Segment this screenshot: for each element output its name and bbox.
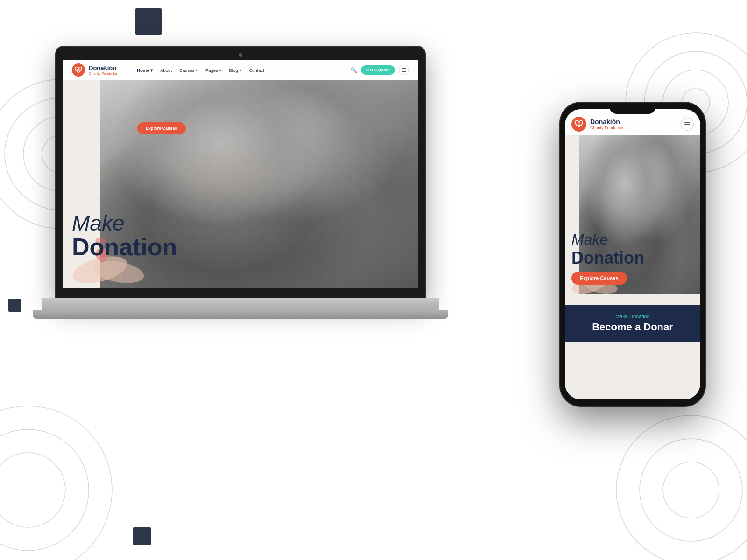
phone-donation-text: Donation: [571, 248, 644, 268]
nav-pages[interactable]: Pages ▾: [205, 68, 222, 73]
phone-screen: Donakión Charity Fundation: [565, 109, 700, 399]
laptop-camera: [239, 53, 242, 57]
svg-point-12: [640, 439, 742, 541]
phone-bottom-subtitle: Make Donation: [571, 314, 694, 319]
svg-point-21: [578, 123, 580, 125]
laptop-hero: Make Donation Explore Causes: [63, 80, 418, 288]
hamburger-icon: [402, 68, 406, 72]
svg-point-4: [0, 406, 112, 560]
laptop-nav: Donakión Charity Fundation Home ▾ About …: [63, 60, 418, 80]
phone-brand-name: Donakión: [590, 118, 681, 126]
phone-brand-subtitle: Charity Fundation: [590, 126, 681, 130]
menu-line-1: [402, 68, 406, 69]
phone-brand-icon: [571, 117, 586, 132]
brand-subtitle: Charity Fundation: [89, 71, 118, 76]
svg-point-11: [616, 415, 747, 560]
phone-make-text: Make: [571, 231, 644, 248]
nav-about[interactable]: About: [160, 68, 172, 73]
svg-point-6: [0, 453, 65, 527]
nav-links: Home ▾ About Causes ▾ Pages ▾ Blog ▾ Con…: [137, 68, 351, 73]
phone-hamburger-line-3: [684, 126, 690, 126]
laptop-base-bottom: [33, 310, 448, 319]
svg-point-18: [78, 69, 80, 71]
hero-make-text: Make: [72, 212, 177, 234]
phone-bottom-section: Make Donation Become a Donar: [565, 305, 700, 342]
phone-body: Donakión Charity Fundation: [560, 103, 705, 406]
laptop-brand: Donakión Charity Fundation: [72, 63, 118, 77]
laptop-screen-bezel: Donakión Charity Fundation Home ▾ About …: [56, 47, 425, 299]
laptop-screen: Donakión Charity Fundation Home ▾ About …: [63, 60, 418, 288]
svg-point-5: [0, 429, 89, 551]
menu-line-3: [402, 71, 406, 72]
phone-explore-button[interactable]: Explore Causes: [571, 272, 627, 285]
phone-brand-text: Donakión Charity Fundation: [590, 118, 681, 130]
phone-hero: Make Donation Explore Causes: [565, 135, 700, 294]
phone-menu-button[interactable]: [681, 118, 694, 131]
brand-name: Donakión: [89, 64, 118, 71]
hero-donation-text: Donation: [72, 234, 177, 260]
nav-blog[interactable]: Blog ▾: [229, 68, 241, 73]
phone-hero-text: Make Donation Explore Causes: [571, 231, 644, 285]
nav-contact[interactable]: Contact: [249, 68, 264, 73]
phone-hamburger-line-1: [684, 122, 690, 123]
phone-notch: [609, 103, 656, 114]
phone-hamburger-line-2: [684, 124, 690, 125]
svg-rect-17: [133, 527, 151, 545]
brand-icon: [72, 63, 85, 77]
svg-rect-16: [8, 299, 21, 312]
explore-causes-button[interactable]: Explore Causes: [137, 122, 186, 134]
phone-bottom-title: Become a Donar: [571, 321, 694, 333]
svg-rect-14: [135, 8, 162, 35]
phone-mockup: Donakión Charity Fundation: [560, 103, 705, 406]
svg-point-13: [663, 462, 719, 518]
brand-text: Donakión Charity Fundation: [89, 64, 118, 76]
laptop-base: [42, 298, 439, 312]
nav-home[interactable]: Home ▾: [137, 68, 153, 73]
hero-text: Make Donation: [72, 212, 177, 260]
get-quote-button[interactable]: Get A Quote: [361, 65, 395, 75]
menu-line-2: [402, 70, 406, 70]
laptop-mockup: Donakión Charity Fundation Home ▾ About …: [42, 47, 439, 373]
nav-causes[interactable]: Causes ▾: [179, 68, 198, 73]
menu-button[interactable]: [399, 65, 409, 75]
nav-actions: 🔍 Get A Quote: [351, 65, 409, 75]
search-icon[interactable]: 🔍: [351, 67, 357, 73]
